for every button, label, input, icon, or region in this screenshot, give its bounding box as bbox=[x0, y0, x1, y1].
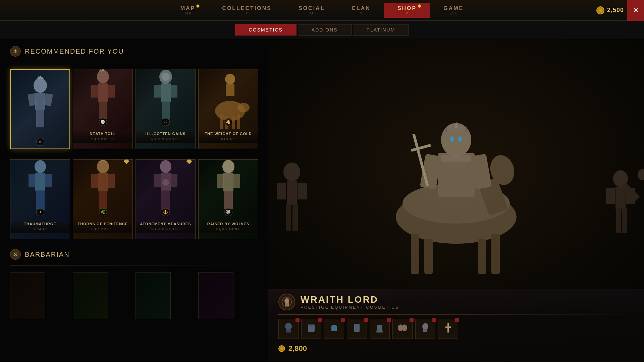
card-thorns-of-penitence[interactable]: 🌿 THORNS OF PENITENCE EQUIPMENT bbox=[73, 159, 133, 239]
svg-rect-21 bbox=[170, 85, 177, 98]
piece-slot-7[interactable] bbox=[415, 319, 435, 339]
item-detail-icon bbox=[278, 294, 295, 310]
svg-rect-97 bbox=[286, 329, 291, 333]
nav-collections[interactable]: COLLECTIONS Y bbox=[209, 3, 285, 18]
svg-rect-49 bbox=[166, 190, 170, 210]
svg-point-38 bbox=[97, 160, 109, 173]
ill-gotten-info: ILL-GOTTEN GAINS ACCESSORIES bbox=[136, 129, 195, 142]
barbarian-header: ⚔ Barbarian bbox=[10, 249, 258, 260]
piece-shoulders-icon bbox=[396, 322, 409, 334]
refresh-text: Shop Refresh: 4 Days 16 Hours bbox=[600, 49, 632, 60]
currency-coin-icon bbox=[596, 6, 604, 14]
svg-point-51 bbox=[222, 160, 234, 173]
svg-rect-23 bbox=[166, 101, 170, 119]
card-death-toll-image: 💀 bbox=[73, 69, 132, 129]
nav-game[interactable]: GAME ESC bbox=[430, 3, 477, 18]
svg-rect-47 bbox=[170, 174, 177, 187]
svg-rect-95 bbox=[285, 303, 289, 306]
currency-amount: 2,500 bbox=[607, 7, 624, 14]
barbarian-card-4[interactable] bbox=[198, 272, 233, 319]
raised-type-icon: 🐺 bbox=[224, 208, 232, 216]
svg-rect-34 bbox=[29, 174, 36, 187]
svg-rect-39 bbox=[98, 173, 108, 191]
nav-map[interactable]: MAP TAB bbox=[167, 3, 209, 18]
refresh-icon bbox=[588, 50, 596, 59]
weight-name: THE WEIGHT OF GOLD bbox=[201, 131, 256, 136]
svg-rect-52 bbox=[223, 173, 233, 191]
thaumaturge-name: THAUMATURGE bbox=[12, 222, 68, 226]
nav-clan-label: CLAN bbox=[352, 5, 370, 11]
tab-platinum[interactable]: Platinum bbox=[353, 24, 409, 36]
card-raised-by-wolves[interactable]: 🐺 RAISED BY WOLVES EQUIPMENT bbox=[198, 159, 258, 239]
svg-rect-27 bbox=[220, 114, 223, 129]
piece-badge-8 bbox=[455, 318, 459, 322]
card-death-toll[interactable]: 💀 DEATH TOLL EQUIPMENT bbox=[73, 69, 133, 149]
nav-clan[interactable]: CLAN N bbox=[338, 3, 384, 18]
shop-right-panel: Shop Refresh: 4 Days 16 Hours bbox=[268, 39, 644, 362]
piece-gloves-icon bbox=[328, 322, 340, 334]
svg-rect-102 bbox=[376, 330, 383, 333]
item-detail-header: WRAITH LORD PRESTIGE EQUIPMENT COSMETICS bbox=[278, 294, 634, 310]
piece-boots-icon bbox=[374, 322, 386, 334]
card-ill-gotten-gains[interactable]: ⚔ ILL-GOTTEN GAINS ACCESSORIES bbox=[136, 69, 196, 149]
close-button[interactable]: ✕ bbox=[627, 0, 644, 21]
piece-slot-6[interactable] bbox=[392, 319, 413, 339]
barbarian-card-3[interactable] bbox=[136, 272, 171, 319]
card-thaumaturge[interactable]: ✦ THAUMATURGE ARMOR bbox=[10, 159, 70, 239]
piece-badge-1 bbox=[296, 318, 300, 322]
atonement-type-icon: 🔱 bbox=[162, 208, 170, 216]
nav-collections-key: Y bbox=[246, 11, 248, 15]
barbarian-card-1[interactable] bbox=[10, 272, 45, 319]
nav-map-label: MAP bbox=[180, 5, 196, 11]
shop-diamond-icon bbox=[418, 4, 421, 8]
price-coin-icon bbox=[278, 345, 285, 352]
svg-rect-35 bbox=[45, 174, 52, 187]
piece-badge-3 bbox=[341, 318, 345, 322]
thorns-type-icon: 🌿 bbox=[99, 208, 107, 216]
death-toll-type: EQUIPMENT bbox=[75, 137, 130, 141]
ill-gotten-type: ACCESSORIES bbox=[138, 137, 193, 141]
piece-badge-4 bbox=[364, 318, 368, 322]
piece-slot-2[interactable] bbox=[301, 319, 321, 339]
piece-slot-8[interactable] bbox=[438, 319, 458, 339]
svg-rect-14 bbox=[107, 85, 115, 98]
currency-display: 2,500 bbox=[596, 6, 624, 14]
svg-point-32 bbox=[35, 160, 46, 173]
svg-point-9 bbox=[97, 70, 109, 83]
thaumaturge-type: ARMOR bbox=[12, 227, 68, 231]
svg-rect-54 bbox=[233, 174, 240, 188]
price-amount: 2,800 bbox=[288, 344, 307, 353]
ill-gotten-name: ILL-GOTTEN GAINS bbox=[138, 131, 193, 136]
tab-addons[interactable]: Add Ons bbox=[298, 24, 352, 36]
recommended-icon: ⚜ bbox=[10, 46, 21, 57]
death-toll-info: DEATH TOLL EQUIPMENT bbox=[73, 129, 132, 142]
item-detail-panel: WRAITH LORD PRESTIGE EQUIPMENT COSMETICS bbox=[268, 287, 644, 362]
card-thaumaturge-image: ✦ bbox=[10, 160, 70, 219]
tab-cosmetics[interactable]: Cosmetics bbox=[235, 24, 297, 36]
nav-shop[interactable]: SHOP P bbox=[384, 3, 430, 18]
shop-grid-row1: ⚜ WRAITH LORD EQUIPMENT bbox=[10, 69, 258, 149]
piece-helm-icon bbox=[282, 322, 294, 334]
card-atonement-image: 🔱 bbox=[136, 160, 195, 219]
piece-slot-4[interactable] bbox=[347, 319, 367, 339]
nav-social-key: O bbox=[310, 11, 313, 15]
svg-marker-10 bbox=[101, 69, 105, 71]
piece-badge-6 bbox=[410, 318, 414, 322]
svg-rect-20 bbox=[154, 85, 161, 98]
svg-rect-53 bbox=[217, 174, 224, 188]
svg-rect-13 bbox=[91, 85, 99, 98]
nav-social[interactable]: SOCIAL O bbox=[285, 3, 338, 18]
card-wraith-lord[interactable]: ⚜ WRAITH LORD EQUIPMENT bbox=[10, 69, 70, 149]
barbarian-card-2[interactable] bbox=[73, 272, 108, 319]
svg-rect-42 bbox=[99, 191, 103, 209]
tabs-bar: Cosmetics Add Ons Platinum bbox=[0, 21, 644, 39]
piece-slot-1[interactable] bbox=[278, 319, 299, 339]
piece-slot-5[interactable] bbox=[370, 319, 390, 339]
piece-slot-3[interactable] bbox=[324, 319, 344, 339]
piece-offhand-icon bbox=[419, 322, 431, 334]
svg-rect-46 bbox=[154, 174, 161, 187]
card-atonement-measures[interactable]: 🔱 ATONEMENT MEASURES ACCESSORIES bbox=[136, 159, 196, 239]
recommended-title: Recommended for You bbox=[25, 48, 124, 55]
card-weight-of-gold[interactable]: 🐴 THE WEIGHT OF GOLD MOUNT bbox=[198, 69, 258, 149]
svg-point-0 bbox=[34, 78, 47, 93]
